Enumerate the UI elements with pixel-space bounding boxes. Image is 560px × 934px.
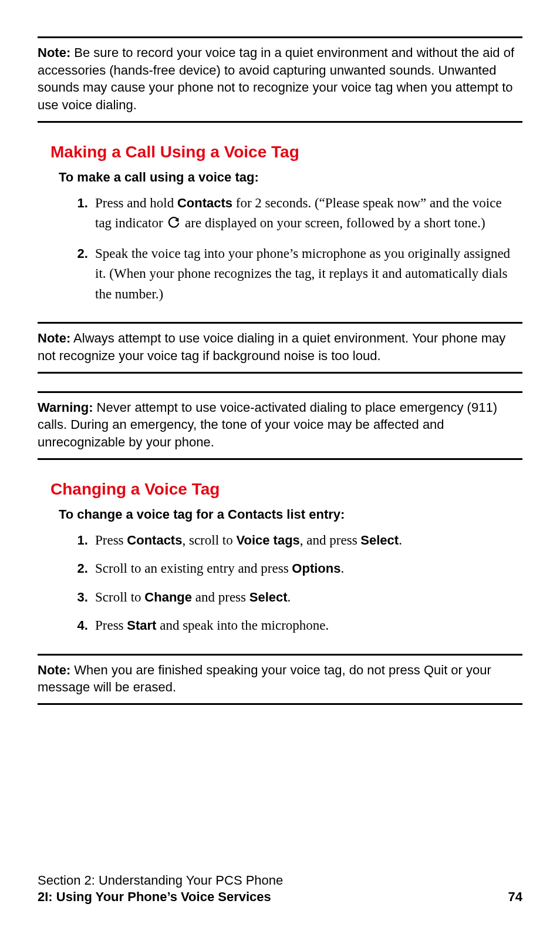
step-2: Speak the voice tag into your phone’s mi… [92,244,520,305]
voice-tag-icon [167,215,180,236]
note-label: Note: [38,331,70,345]
step-4: Press Start and speak into the microphon… [92,616,520,636]
heading-making-call: Making a Call Using a Voice Tag [50,143,520,162]
note-label: Note: [38,45,70,60]
steps-changing-tag: Press Contacts, scroll to Voice tags, an… [50,530,520,636]
step-2: Scroll to an existing entry and press Op… [92,559,520,579]
warning-text: Never attempt to use voice-activated dia… [38,400,497,449]
step-1: Press Contacts, scroll to Voice tags, an… [92,530,520,551]
manual-page: Note: Be sure to record your voice tag i… [0,0,560,934]
note-text: When you are finished speaking your voic… [38,663,491,695]
step1-post2: are displayed on your screen, followed b… [181,216,485,230]
step1-pre: Press and hold [95,196,177,210]
note-do-not-quit: Note: When you are finished speaking you… [38,654,522,705]
note-text: Always attempt to use voice dialing in a… [38,331,505,363]
step-3: Scroll to Change and press Select. [92,587,520,608]
note-record-environment: Note: Be sure to record your voice tag i… [38,36,522,123]
page-footer: Section 2: Understanding Your PCS Phone … [38,873,522,905]
subhead-making-call: To make a call using a voice tag: [59,170,520,185]
note-quiet-environment: Note: Always attempt to use voice dialin… [38,322,522,373]
page-number: 74 [508,889,522,905]
section-making-call: Making a Call Using a Voice Tag To make … [38,143,522,305]
step-1: Press and hold Contacts for 2 seconds. (… [92,193,520,236]
warning-label: Warning: [38,400,93,415]
footer-chapter: 2I: Using Your Phone’s Voice Services [38,889,271,905]
step1-contacts: Contacts [177,196,232,210]
footer-section-path: Section 2: Understanding Your PCS Phone [38,873,522,888]
subhead-changing-tag: To change a voice tag for a Contacts lis… [59,507,520,522]
note-text: Be sure to record your voice tag in a qu… [38,45,514,112]
section-changing-tag: Changing a Voice Tag To change a voice t… [38,480,522,636]
steps-making-call: Press and hold Contacts for 2 seconds. (… [50,193,520,305]
warning-emergency: Warning: Never attempt to use voice-acti… [38,391,522,460]
heading-changing-tag: Changing a Voice Tag [50,480,520,499]
note-label: Note: [38,663,70,677]
